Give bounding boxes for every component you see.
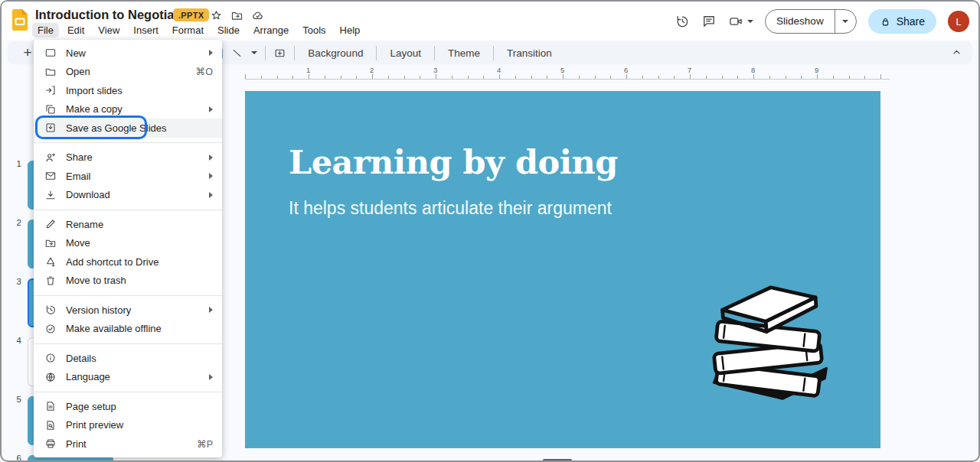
download-icon [44,189,57,201]
drive-shortcut-icon [44,255,57,268]
meet-camera-button[interactable] [728,14,753,29]
slideshow-options-button[interactable] [835,10,856,33]
copy-icon [44,103,57,116]
line-tool-caret-icon[interactable] [251,51,257,54]
menu-format[interactable]: Format [167,23,209,37]
submenu-arrow-icon [209,50,213,56]
import-slides-icon [44,84,57,96]
books-stack-image[interactable] [694,273,841,405]
menu-item-version-history[interactable]: Version history [34,301,222,320]
slide-canvas[interactable]: Learning by doing It helps students arti… [245,91,880,448]
ruler-tick [309,74,309,79]
star-icon[interactable] [210,9,223,22]
slides-logo-icon[interactable] [11,8,29,32]
ruler-tick [769,76,770,79]
line-tool-icon[interactable] [230,47,243,60]
ruler-tick [658,76,659,79]
menu-item-share[interactable]: Share [34,148,222,168]
ruler-tick [880,74,881,79]
collapse-toolbar-button[interactable] [950,46,963,62]
toolbar-separator [434,46,435,60]
menu-item-new[interactable]: New [34,44,222,63]
menu-item-language[interactable]: Language [34,368,222,387]
slideshow-button[interactable]: Slideshow [766,10,835,33]
menu-item-label: Open [66,66,187,77]
menu-item-open[interactable]: Open ⌘O [34,63,222,82]
menu-item-move[interactable]: Move [34,234,222,253]
slide-title-text[interactable]: Learning by doing [289,143,618,181]
ruler-number: 9 [815,66,818,74]
submenu-arrow-icon [209,307,213,313]
speaker-notes-resize-handle[interactable] [543,459,572,461]
menu-item-email[interactable]: Email [34,167,222,186]
ruler-tick [547,76,547,79]
ruler-tick [515,76,516,79]
submenu-arrow-icon [209,173,213,179]
save-as-google-slides-icon [44,122,57,134]
ruler-tick [499,74,500,79]
offline-check-icon [44,323,57,335]
menu-item-make-a-copy[interactable]: Make a copy [34,100,222,119]
menu-edit[interactable]: Edit [62,23,90,37]
move-folder-icon[interactable] [230,9,243,22]
menu-item-label: Make available offline [66,323,213,334]
menu-arrange[interactable]: Arrange [248,23,294,37]
ruler-tick [436,74,436,79]
account-avatar[interactable]: L [948,11,969,32]
menu-item-import-slides[interactable]: Import slides [34,81,222,100]
ruler-tick [801,76,802,79]
menu-help[interactable]: Help [335,23,366,37]
menu-item-download[interactable]: Download [34,186,222,205]
menu-item-label: Import slides [66,85,213,96]
menu-item-page-setup[interactable]: Page setup [34,397,222,416]
share-button[interactable]: Share [868,9,936,34]
menu-item-add-shortcut-to-drive[interactable]: Add shortcut to Drive [34,252,222,272]
menu-item-rename[interactable]: Rename [34,215,222,234]
menu-insert[interactable]: Insert [128,23,164,37]
menu-item-label: Language [66,371,200,382]
theme-button[interactable]: Theme [443,47,485,59]
background-button[interactable]: Background [302,47,368,59]
slide-number: 3 [2,277,21,286]
menu-item-print[interactable]: Print ⌘P [34,434,222,454]
menu-item-label: Download [66,189,200,200]
menu-view[interactable]: View [93,23,125,37]
menu-item-label: Move [66,237,213,249]
ruler-tick [261,76,262,79]
submenu-arrow-icon [209,374,213,380]
ruler-tick [245,74,246,79]
menu-item-print-preview[interactable]: Print preview [34,416,222,435]
version-history-icon[interactable] [675,14,690,29]
menu-item-make-available-offline[interactable]: Make available offline [34,320,222,339]
file-type-badge: .PPTX [173,8,209,21]
menu-item-label: Save as Google Slides [66,122,213,134]
page-setup-icon [44,400,57,412]
ruler-tick [404,76,405,79]
menu-item-label: Add shortcut to Drive [66,256,213,268]
ruler-tick [420,76,420,79]
ruler: 123456789 [245,67,890,80]
ruler-number: 6 [624,66,628,74]
ruler-tick [579,76,580,79]
menu-slide[interactable]: Slide [212,23,245,37]
image-placeholder-icon[interactable] [273,47,286,60]
menu-tools[interactable]: Tools [297,23,331,37]
slide-subtitle-text[interactable]: It helps students articulate their argum… [289,198,612,219]
menu-item-save-as-google-slides[interactable]: Save as Google Slides [34,119,222,138]
ruler-number: 1 [306,66,310,74]
menu-item-move-to-trash[interactable]: Move to trash [34,272,222,291]
ruler-tick [468,76,469,79]
ruler-tick [388,76,389,79]
comments-icon[interactable] [701,14,717,29]
menu-item-label: Rename [66,219,213,230]
trash-icon [44,275,57,287]
ruler-number: 7 [688,66,691,74]
ruler-tick [325,76,325,79]
menu-item-details[interactable]: Details [34,349,222,368]
ruler-tick [674,76,675,79]
transition-button[interactable]: Transition [501,47,557,59]
layout-button[interactable]: Layout [384,47,426,59]
ruler-tick [737,76,738,79]
cloud-saved-icon[interactable] [251,9,264,22]
menu-file[interactable]: File [32,23,59,37]
